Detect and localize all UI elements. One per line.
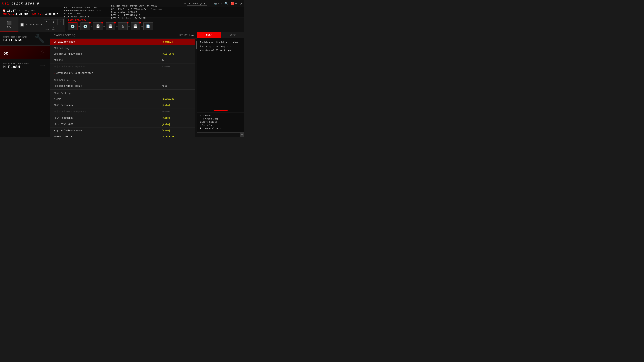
cpu-ratio-value: Auto [162,59,192,62]
boot-device-icon-1: 💿 [83,24,88,28]
help-scroll-area [198,109,244,112]
clock-icon: ⏰ [3,9,6,12]
boot-badge-4: U [126,22,128,23]
tab-info[interactable]: INFO [221,32,244,38]
boot-device-6[interactable]: 📄 [144,22,153,30]
axmp-icon: 🔲 [20,23,24,27]
boot-device-2[interactable]: 💾 U [93,22,102,30]
fclk-freq-row[interactable]: FCLK Frequency [Auto] [50,115,195,121]
back-button[interactable]: ↩ [191,33,194,37]
cpu-button[interactable]: ⬛ CPU [0,17,18,32]
hotkey-label: HOT KEY [179,34,187,36]
ez-mode-area: ⋯ EZ Mode (F7) 📷 F12 🔍 🟥 En ✕ [184,1,242,6]
boot-badge-3: U [114,22,116,23]
sidebar-item-settings[interactable]: 🔧 Motherboard settings SETTINGS [0,32,50,45]
cpu-ratio-row[interactable]: CPU Ratio Auto [50,57,195,63]
boot-arrow-2: → [103,25,105,28]
language-selector[interactable]: 🟥 En [231,2,238,5]
status-mid: CPU Core Temperature: 20°C Motherboard T… [61,8,108,16]
adjusted-cpu-freq-value: 4700MHz [162,65,192,68]
dram-freq-row[interactable]: DRAM Frequency [Auto] [50,102,195,108]
dram-freq-value: [Auto] [162,104,192,107]
top-icons: 📷 F12 🔍 🟥 En ✕ [214,1,242,6]
uclk-div1-label: UCLK DIV1 MODE [54,123,162,126]
sidebar: 🔧 Motherboard settings SETTINGS ⚡ OC → U… [0,32,50,137]
mb-temp: Motherboard Temperature: 33°C [64,9,104,12]
sidebar-item-oc[interactable]: ⚡ OC [0,45,50,59]
scroll-thumb [196,41,197,49]
close-button[interactable]: ✕ [240,1,242,6]
profile-btn-3[interactable]: 3 [58,19,64,25]
cpu-speed-label: CPU Speed [3,13,14,15]
status-bar: ⏰ 16:37 Sat 7 Jan, 2023 CPU Speed 4.70 G… [0,7,244,17]
advanced-cpu-config-row[interactable]: ▶ Advanced CPU Configuration [50,70,195,76]
boot-badge-2: U [102,22,103,23]
fch-setting-header: FCH BCLK Setting [50,77,195,83]
sidebar-item-mflash[interactable]: → Use USB to flash BIOS M-FLASH [0,59,50,72]
content-header: Overclocking HOT KEY | ↩ [50,32,197,39]
oc-explore-mode-row[interactable]: OC Explore Mode [Normal] [50,39,195,45]
mid-section: ⬛ CPU 🔲 A-XMP Profile 1 2 3 1 user 2 use… [0,17,244,32]
content-list[interactable]: OC Explore Mode [Normal] CPU Setting CPU… [50,39,195,137]
help-content: Enables or disables to show the simple o… [198,38,244,109]
fclk-freq-label: FCLK Frequency [54,117,162,119]
cpu-ratio-apply-mode-value: [All Core] [162,53,192,55]
axmp-label: A-XMP Profile [26,24,42,26]
high-efficiency-row[interactable]: High-Efficiency Mode [Auto] [50,128,195,134]
boot-device-icon-0: 💿 [70,24,75,28]
high-efficiency-label: High-Efficiency Mode [54,129,162,132]
profile-btn-2[interactable]: 2 [51,19,57,25]
uclk-div1-row[interactable]: UCLK DIV1 MODE [Auto] [50,121,195,128]
ddr-speed-value: 4800 MHz [45,13,58,16]
fch-base-clock-row[interactable]: FCH Base Clock (MHz) Auto [50,83,195,89]
boot-badge-1: U [89,22,91,23]
user-label-1: 1 user [44,26,50,30]
adjusted-dram-freq-label: Adjusted DRAM Frequency [54,110,162,113]
fch-base-clock-value: Auto [162,85,192,87]
axmp-label: A-XMP [54,97,162,100]
axmp-row[interactable]: A-XMP [Disabled] [50,96,195,102]
cpu-speed-value: 4.70 GHz [16,13,28,16]
boot-arrow-3: → [116,25,118,28]
tab-help[interactable]: HELP [198,32,221,38]
memory-try-it-label: Memory Try It ! [54,136,162,137]
cpu-icon: ⬛ [7,21,12,25]
boot-arrow-1: → [90,25,92,28]
divider-2 [50,89,195,90]
boot-arrow-4: → [128,25,130,28]
collapse-panel-button[interactable]: ‹‹ [240,133,244,137]
boot-device-icon-2: 💾 [96,24,100,28]
oc-bg-icon: ⚡ [40,47,45,58]
logo-msi: msi [2,1,9,6]
cpu-ratio-label: CPU Ratio [54,59,162,62]
axmp-value: [Disabled] [162,97,192,100]
cpu-ratio-apply-mode-label: CPU Ratio Apply Mode [54,53,162,55]
logo-text: CLICK BIOS 5 [12,2,40,5]
user-label-2: 2 user [51,26,57,30]
screenshot-button[interactable]: 📷 F12 [214,2,222,5]
cpu-ratio-apply-mode-row[interactable]: CPU Ratio Apply Mode [All Core] [50,51,195,57]
mem-size: Memory Size: 32768MB [111,11,162,13]
boot-device-icon-3: 💾 [108,24,112,28]
logo: msi CLICK BIOS 5 [2,1,39,6]
scrollbar[interactable] [195,39,197,137]
profile-btn-1[interactable]: 1 [44,19,50,25]
dram-freq-label: DRAM Frequency [54,104,162,107]
memory-try-it-row[interactable]: Memory Try It ! [Disabled] [50,134,195,137]
ez-mode-button[interactable]: EZ Mode (F7) [187,2,207,5]
dram-setting-header: DRAM Setting [50,90,195,96]
adjusted-cpu-freq-row: Adjusted CPU Frequency 4700MHz [50,63,195,70]
boot-device-5[interactable]: 💾 U [131,22,140,30]
search-button[interactable]: 🔍 [224,2,228,5]
boot-device-3[interactable]: 💾 U [106,22,115,30]
legend-move: ↑↓: Move [200,114,242,117]
boot-arrow-0: → [78,25,80,28]
boot-device-1[interactable]: 💿 U [80,22,90,30]
content-title: Overclocking [54,34,76,37]
high-efficiency-value: [Auto] [162,129,192,132]
boot-device-0[interactable]: 💿 [68,22,78,30]
cpu-setting-header: CPU Setting [50,45,195,51]
help-text: Enables or disables to show the simple o… [200,40,242,52]
legend-value: +/-: Value [200,124,242,126]
boot-device-4[interactable]: 🖨 U [118,22,128,30]
